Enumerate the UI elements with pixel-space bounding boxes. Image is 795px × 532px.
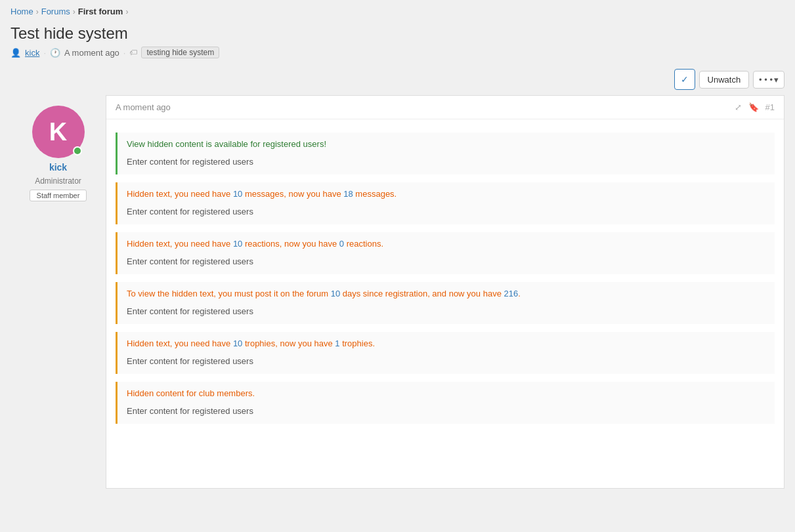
post-header: A moment ago ⤢ 🔖 #1 — [106, 96, 784, 119]
hide-block-5-notice: Hidden text, you need have 10 trophies, … — [118, 332, 775, 352]
block3-num1: 10 — [233, 239, 242, 249]
bookmark-icon[interactable]: 🔖 — [748, 102, 759, 112]
block2-num2: 18 — [343, 189, 353, 199]
block6-notice-text: Hidden content for club members. — [127, 388, 255, 398]
user-role: Administrator — [35, 176, 81, 186]
breadcrumb-forums[interactable]: Forums — [41, 7, 70, 16]
avatar-wrap: K — [32, 106, 85, 158]
page-wrapper: Home › Forums › First forum › Test hide … — [0, 0, 795, 532]
block4-notice-text: To view the hidden text, you must post i… — [127, 289, 521, 298]
post-meta: 👤 kick · 🕐 A moment ago · 🏷 testing hide… — [11, 47, 784, 58]
breadcrumb-sep1: › — [36, 7, 39, 16]
check-button[interactable]: ✓ — [674, 69, 695, 90]
hide-block-2-notice: Hidden text, you need have 10 messages, … — [118, 182, 775, 203]
hide-block-1: View hidden content is available for reg… — [116, 133, 775, 174]
meta-dot2: · — [123, 48, 126, 58]
hide-block-2: Hidden text, you need have 10 messages, … — [116, 182, 775, 224]
unwatch-button[interactable]: Unwatch — [699, 71, 750, 89]
user-icon: 👤 — [11, 48, 21, 58]
hide-block-2-content: Enter content for registered users — [118, 203, 775, 224]
user-sidebar: K kick Administrator Staff member — [11, 95, 106, 489]
hide-block-1-content: Enter content for registered users — [118, 153, 775, 174]
dropdown-chevron: ▾ — [774, 75, 779, 85]
content-area: K kick Administrator Staff member A mome… — [0, 95, 795, 489]
hide-block-6-content: Enter content for registered users — [118, 402, 775, 424]
page-title-area: Test hide system 👤 kick · 🕐 A moment ago… — [0, 20, 795, 64]
block4-num1: 10 — [331, 289, 340, 298]
post-time: A moment ago — [116, 102, 171, 112]
sidebar-username[interactable]: kick — [49, 162, 67, 173]
dots-icon: • • • — [759, 75, 773, 85]
hide-block-6-notice: Hidden content for club members. — [118, 382, 775, 402]
hide-block-3-notice: Hidden text, you need have 10 reactions,… — [118, 232, 775, 253]
block5-notice-text: Hidden text, you need have 10 trophies, … — [127, 338, 375, 348]
page-title: Test hide system — [11, 24, 784, 43]
more-options-button[interactable]: • • • ▾ — [753, 71, 784, 89]
staff-badge: Staff member — [30, 190, 87, 201]
share-icon[interactable]: ⤢ — [735, 102, 742, 112]
tag-badge: testing hide system — [141, 47, 219, 58]
block1-notice-text: View hidden content is available for reg… — [127, 139, 326, 149]
hide-block-4-content: Enter content for registered users — [118, 302, 775, 324]
post-column: A moment ago ⤢ 🔖 #1 View hidden content … — [106, 95, 784, 489]
post-number: #1 — [765, 102, 775, 112]
block2-num1: 10 — [233, 189, 242, 199]
breadcrumb-current: First forum — [78, 7, 123, 16]
check-icon: ✓ — [681, 74, 689, 85]
post-actions: ⤢ 🔖 #1 — [735, 102, 775, 112]
post-body: View hidden content is available for reg… — [106, 119, 784, 437]
breadcrumb-sep3: › — [125, 7, 128, 16]
meta-time: A moment ago — [64, 48, 119, 58]
block4-num2: 216 — [504, 289, 519, 298]
hide-block-5: Hidden text, you need have 10 trophies, … — [116, 332, 775, 374]
block3-notice-text: Hidden text, you need have 10 reactions,… — [127, 239, 383, 249]
hide-block-4-notice: To view the hidden text, you must post i… — [118, 282, 775, 302]
hide-block-3-content: Enter content for registered users — [118, 253, 775, 274]
block3-num2: 0 — [339, 239, 344, 249]
block2-notice-text: Hidden text, you need have 10 messages, … — [127, 189, 397, 199]
block5-num2: 1 — [335, 338, 339, 348]
hide-block-1-notice: View hidden content is available for reg… — [118, 133, 775, 153]
tag-icon: 🏷 — [129, 48, 137, 57]
online-indicator — [73, 146, 82, 155]
breadcrumb: Home › Forums › First forum › — [0, 0, 795, 20]
hide-block-5-content: Enter content for registered users — [118, 352, 775, 374]
meta-username[interactable]: kick — [25, 48, 39, 58]
unwatch-label: Unwatch — [708, 75, 741, 85]
block5-num1: 10 — [233, 338, 242, 348]
breadcrumb-home[interactable]: Home — [11, 7, 33, 16]
hide-block-3: Hidden text, you need have 10 reactions,… — [116, 232, 775, 274]
meta-dot1: · — [43, 48, 46, 58]
hide-block-6: Hidden content for club members. Enter c… — [116, 382, 775, 424]
clock-icon: 🕐 — [50, 48, 60, 58]
toolbar: ✓ Unwatch • • • ▾ — [0, 64, 795, 95]
hide-block-4: To view the hidden text, you must post i… — [116, 282, 775, 324]
breadcrumb-sep2: › — [73, 7, 75, 16]
